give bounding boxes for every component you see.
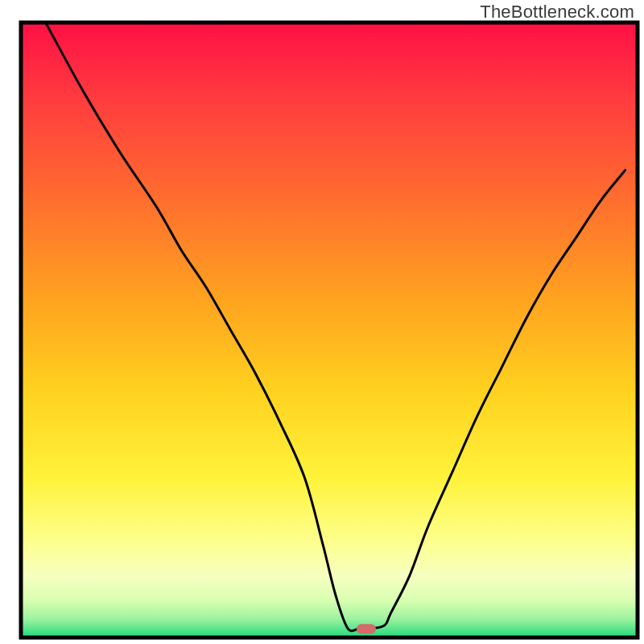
chart-container: TheBottleneck.com <box>0 0 644 644</box>
optimal-point-marker <box>357 624 376 634</box>
bottleneck-chart-svg <box>0 0 644 644</box>
watermark-text: TheBottleneck.com <box>480 2 634 23</box>
chart-background <box>21 23 638 638</box>
